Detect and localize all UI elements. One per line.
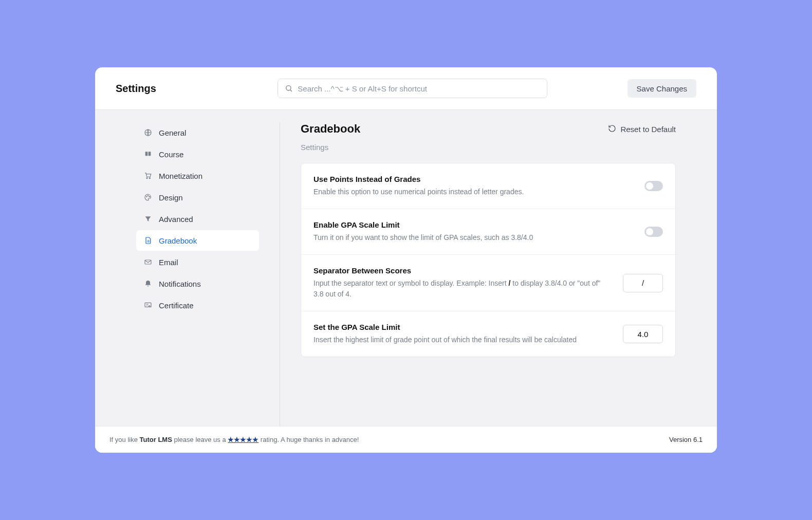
- toggle-gpa-limit[interactable]: [644, 227, 663, 237]
- row-title: Enable GPA Scale Limit: [313, 220, 624, 229]
- filter-icon: [143, 214, 153, 224]
- sidebar-item-email[interactable]: Email: [136, 252, 259, 272]
- footer-text: If you like Tutor LMS please leave us a …: [109, 436, 359, 443]
- content-body: General Course Monetization Design Advan…: [95, 109, 717, 453]
- row-text: Enable GPA Scale Limit Turn it on if you…: [313, 220, 624, 243]
- row-title: Separator Between Scores: [313, 266, 602, 275]
- version: Version 6.1: [669, 436, 703, 443]
- search-box[interactable]: [278, 79, 547, 98]
- page-title: Settings: [116, 83, 198, 95]
- row-desc: Turn it on if you want to show the limit…: [313, 232, 624, 243]
- bell-icon: [143, 279, 153, 288]
- svg-point-4: [149, 178, 150, 179]
- footer-brand: Tutor LMS: [140, 436, 172, 443]
- svg-point-5: [146, 196, 147, 197]
- svg-point-10: [149, 306, 150, 307]
- row-text: Separator Between Scores Input the separ…: [313, 266, 602, 300]
- search-wrap: [206, 79, 619, 98]
- svg-point-3: [146, 178, 147, 179]
- rating-stars-link[interactable]: ★★★★★: [228, 436, 259, 443]
- sidebar-item-monetization[interactable]: Monetization: [136, 165, 259, 186]
- sidebar-item-certificate[interactable]: Certificate: [136, 295, 259, 315]
- svg-point-7: [149, 196, 150, 197]
- input-gpa-scale[interactable]: [623, 325, 663, 343]
- reset-label: Reset to Default: [620, 125, 676, 134]
- certificate-icon: [143, 301, 153, 310]
- sidebar-item-notifications[interactable]: Notifications: [136, 273, 259, 294]
- sidebar-item-gradebook[interactable]: Gradebook: [136, 230, 259, 251]
- subhead: Settings: [301, 143, 676, 152]
- section-title: Gradebook: [301, 122, 360, 136]
- row-desc: Input the separator text or symbol to di…: [313, 278, 602, 300]
- footer-prefix: If you like: [109, 436, 140, 443]
- sidebar-item-design[interactable]: Design: [136, 187, 259, 208]
- body-inner: General Course Monetization Design Advan…: [95, 110, 717, 426]
- row-title: Set the GPA Scale Limit: [313, 323, 602, 331]
- topbar: Settings Save Changes: [95, 67, 717, 109]
- sidebar-item-label: Course: [159, 150, 183, 159]
- sidebar-item-label: Design: [159, 193, 183, 202]
- row-separator: Separator Between Scores Input the separ…: [301, 254, 675, 311]
- cart-icon: [143, 171, 153, 180]
- globe-icon: [143, 128, 153, 137]
- reset-icon: [608, 124, 616, 134]
- search-icon: [284, 84, 293, 93]
- sidebar-item-label: Gradebook: [159, 236, 197, 245]
- palette-icon: [143, 193, 153, 202]
- toggle-use-points[interactable]: [644, 181, 663, 191]
- row-gpa-scale: Set the GPA Scale Limit Insert the highe…: [301, 311, 675, 357]
- svg-point-0: [286, 86, 291, 90]
- sidebar-item-label: General: [159, 128, 186, 137]
- sidebar-item-advanced[interactable]: Advanced: [136, 209, 259, 229]
- row-text: Set the GPA Scale Limit Insert the highe…: [313, 323, 602, 345]
- sidebar-item-course[interactable]: Course: [136, 144, 259, 164]
- mail-icon: [143, 257, 153, 267]
- input-separator[interactable]: [623, 274, 663, 292]
- main-section: Gradebook Reset to Default Settings Use …: [280, 122, 676, 426]
- row-enable-gpa-limit: Enable GPA Scale Limit Turn it on if you…: [301, 209, 675, 254]
- footer: If you like Tutor LMS please leave us a …: [95, 426, 717, 453]
- row-text: Use Points Instead of Grades Enable this…: [313, 175, 624, 197]
- footer-suffix: rating. A huge thanks in advance!: [259, 436, 359, 443]
- sidebar: General Course Monetization Design Advan…: [136, 122, 280, 426]
- search-input[interactable]: [298, 84, 541, 93]
- footer-mid: please leave us a: [172, 436, 228, 443]
- reset-to-default[interactable]: Reset to Default: [608, 124, 676, 134]
- row-desc: Enable this option to use numerical poin…: [313, 187, 624, 197]
- settings-panel: Use Points Instead of Grades Enable this…: [301, 163, 676, 357]
- sidebar-item-label: Notifications: [159, 280, 201, 288]
- svg-point-6: [147, 195, 148, 196]
- main-head: Gradebook Reset to Default: [301, 122, 676, 136]
- row-title: Use Points Instead of Grades: [313, 175, 624, 183]
- svg-line-1: [290, 90, 292, 91]
- sidebar-item-general[interactable]: General: [136, 122, 259, 143]
- doc-icon: [143, 236, 153, 245]
- sidebar-item-label: Email: [159, 258, 178, 267]
- save-button[interactable]: Save Changes: [628, 79, 696, 98]
- sidebar-item-label: Advanced: [159, 215, 193, 224]
- row-use-points: Use Points Instead of Grades Enable this…: [301, 163, 675, 209]
- sidebar-item-label: Monetization: [159, 172, 202, 180]
- app-window: Settings Save Changes General Course: [95, 67, 717, 453]
- book-icon: [143, 150, 153, 159]
- sidebar-item-label: Certificate: [159, 301, 194, 310]
- row-desc-pre: Input the separator text or symbol to di…: [313, 279, 508, 287]
- row-desc: Insert the highest limit of grade point …: [313, 335, 602, 345]
